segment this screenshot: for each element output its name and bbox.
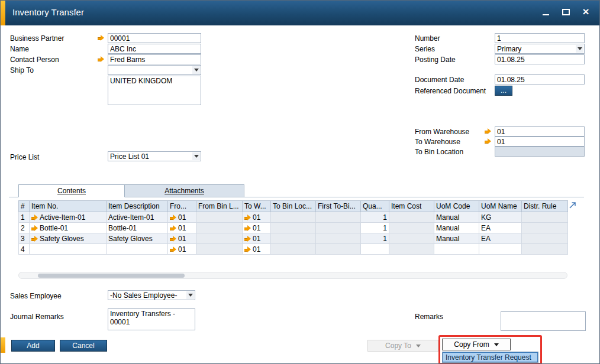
col-header-first-to-bin[interactable]: First To-Bi...	[316, 201, 361, 212]
minimize-button[interactable]	[540, 6, 551, 17]
from-bin-cell[interactable]	[196, 212, 243, 223]
number-input[interactable]	[495, 33, 585, 43]
price-list-select[interactable]: Price List 01	[108, 151, 201, 161]
to-warehouse-cell[interactable]: 01	[243, 223, 271, 233]
link-arrow-icon[interactable]	[170, 247, 176, 252]
from-bin-cell[interactable]	[196, 223, 243, 233]
ship-to-address-textarea[interactable]: UNITED KINGDOM	[108, 76, 201, 105]
item-no-cell[interactable]: Safety Gloves	[30, 233, 107, 244]
item-cost-cell[interactable]	[389, 212, 434, 223]
col-header-item-description[interactable]: Item Description	[107, 201, 168, 212]
from-warehouse-cell[interactable]: 01	[168, 244, 196, 255]
first-to-bin-cell[interactable]	[316, 233, 361, 244]
from-bin-cell[interactable]	[196, 244, 243, 255]
link-arrow-icon[interactable]	[31, 215, 38, 220]
distr-rule-cell[interactable]	[522, 244, 568, 255]
contact-person-input[interactable]	[108, 54, 201, 64]
quantity-cell[interactable]: 1	[361, 223, 389, 233]
item-no-cell[interactable]	[30, 244, 107, 255]
quantity-cell[interactable]: 1	[361, 212, 389, 223]
distr-rule-cell[interactable]	[522, 223, 568, 233]
tab-contents[interactable]: Contents	[18, 184, 125, 197]
uom-name-cell[interactable]: EA	[479, 223, 522, 233]
from-warehouse-cell[interactable]: 01	[168, 212, 196, 223]
from-warehouse-link-arrow-icon[interactable]	[485, 129, 491, 134]
link-arrow-icon[interactable]	[244, 226, 251, 231]
referenced-document-browse-button[interactable]: ...	[495, 86, 512, 96]
add-button[interactable]: Add	[11, 340, 55, 352]
first-to-bin-cell[interactable]	[316, 244, 361, 255]
link-arrow-icon[interactable]	[31, 226, 38, 231]
item-description-cell[interactable]: Bottle-01	[107, 223, 168, 233]
document-date-input[interactable]	[495, 74, 585, 84]
to-warehouse-input[interactable]	[495, 136, 585, 147]
item-cost-cell[interactable]	[389, 233, 434, 244]
col-header-from-bin[interactable]: From Bin L...	[196, 201, 243, 212]
uom-code-cell[interactable]: Manual	[434, 233, 479, 244]
expand-form-icon[interactable]	[569, 201, 577, 209]
item-no-cell[interactable]: Bottle-01	[30, 223, 107, 233]
horizontal-scrollbar[interactable]	[18, 272, 567, 279]
col-header-item-no[interactable]: Item No.	[30, 201, 107, 212]
link-arrow-icon[interactable]	[170, 236, 176, 242]
to-bin-cell[interactable]	[271, 233, 316, 244]
item-description-cell[interactable]	[107, 244, 168, 255]
col-header-distr-rule[interactable]: Distr. Rule	[522, 201, 568, 212]
to-warehouse-cell[interactable]: 01	[243, 212, 271, 223]
col-header-row-number[interactable]: #	[19, 201, 30, 212]
col-header-uom-name[interactable]: UoM Name	[479, 201, 522, 212]
menu-item-inventory-transfer-request[interactable]: Inventory Transfer Request	[443, 352, 538, 362]
row-number-cell[interactable]: 3	[19, 233, 30, 244]
from-warehouse-cell[interactable]: 01	[168, 223, 196, 233]
tab-attachments[interactable]: Attachments	[124, 184, 244, 197]
business-partner-input[interactable]	[108, 33, 201, 43]
distr-rule-cell[interactable]	[522, 233, 568, 244]
maximize-button[interactable]	[560, 6, 571, 17]
name-input[interactable]	[108, 44, 201, 54]
first-to-bin-cell[interactable]	[316, 212, 361, 223]
posting-date-input[interactable]	[495, 54, 585, 64]
uom-code-cell[interactable]: Manual	[434, 223, 479, 233]
link-arrow-icon[interactable]	[31, 236, 38, 242]
col-header-item-cost[interactable]: Item Cost	[389, 201, 434, 212]
quantity-cell[interactable]	[361, 244, 389, 255]
uom-name-cell[interactable]	[479, 244, 522, 255]
sales-employee-select[interactable]: -No Sales Employee-	[108, 290, 195, 300]
journal-remarks-textarea[interactable]: Inventory Transfers - 00001	[108, 308, 195, 330]
row-number-cell[interactable]: 4	[19, 244, 30, 255]
remarks-textarea[interactable]	[501, 311, 586, 331]
item-description-cell[interactable]: Safety Gloves	[107, 233, 168, 244]
quantity-cell[interactable]: 1	[361, 233, 389, 244]
close-button[interactable]: ×	[580, 6, 591, 17]
to-warehouse-cell[interactable]: 01	[243, 244, 271, 255]
copy-from-button[interactable]: Copy From	[442, 339, 511, 350]
link-arrow-icon[interactable]	[244, 215, 251, 220]
col-header-from-warehouse[interactable]: Fro...	[168, 201, 196, 212]
row-number-cell[interactable]: 2	[19, 223, 30, 233]
cancel-button[interactable]: Cancel	[60, 340, 107, 352]
from-bin-cell[interactable]	[196, 233, 243, 244]
uom-code-cell[interactable]: Manual	[434, 212, 479, 223]
contact-person-link-arrow-icon[interactable]	[98, 57, 104, 62]
link-arrow-icon[interactable]	[170, 215, 176, 220]
link-arrow-icon[interactable]	[170, 226, 176, 231]
to-warehouse-cell[interactable]: 01	[243, 233, 271, 244]
item-description-cell[interactable]: Active-Item-01	[107, 212, 168, 223]
col-header-quantity[interactable]: Qua...	[361, 201, 389, 212]
col-header-to-bin[interactable]: To Bin Loc...	[271, 201, 316, 212]
to-bin-cell[interactable]	[271, 223, 316, 233]
uom-code-cell[interactable]	[434, 244, 479, 255]
distr-rule-cell[interactable]	[522, 212, 568, 223]
col-header-to-warehouse[interactable]: To W...	[243, 201, 271, 212]
from-warehouse-cell[interactable]: 01	[168, 233, 196, 244]
from-warehouse-input[interactable]	[495, 126, 585, 136]
scrollbar-thumb[interactable]	[38, 274, 185, 278]
business-partner-link-arrow-icon[interactable]	[98, 35, 104, 41]
uom-name-cell[interactable]: KG	[479, 212, 522, 223]
row-number-cell[interactable]: 1	[19, 212, 30, 223]
first-to-bin-cell[interactable]	[316, 223, 361, 233]
to-bin-cell[interactable]	[271, 244, 316, 255]
col-header-uom-code[interactable]: UoM Code	[434, 201, 479, 212]
ship-to-select[interactable]	[108, 65, 201, 75]
item-cost-cell[interactable]	[389, 223, 434, 233]
